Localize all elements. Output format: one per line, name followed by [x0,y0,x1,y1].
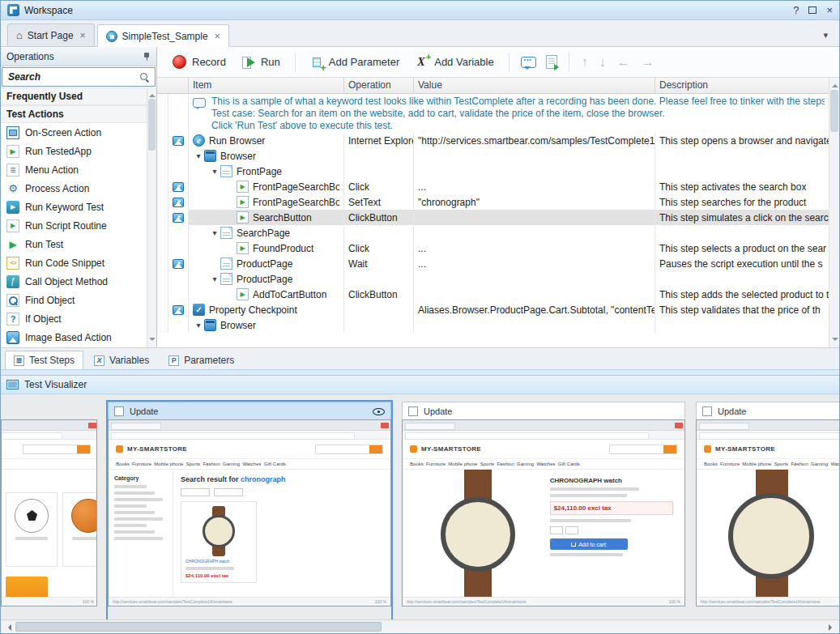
test-step-row[interactable]: SearchButtonClickButtonThis step simulat… [157,210,829,225]
visualizer-image-icon[interactable] [173,198,184,207]
scrollbar-thumb[interactable] [15,622,382,632]
tree-expander-icon[interactable]: ▾ [193,318,204,333]
product-card[interactable] [62,492,97,567]
visualizer-image-icon[interactable] [173,182,184,192]
thumbnail-image[interactable]: MY-SMARTSTOREBooks Furniture Mobile phon… [696,419,839,606]
quantity-stepper[interactable] [550,526,563,534]
tab-list-dropdown-icon[interactable]: ▾ [818,27,833,44]
column-header-value[interactable]: Value [414,78,655,93]
test-step-row[interactable]: ▾Browser [157,148,829,164]
test-step-row[interactable]: FrontPageSearchBoxSetText"chronograph"Th… [157,194,829,210]
move-left-icon[interactable]: ← [612,55,635,70]
product-card[interactable]: CHRONOGRAPH watch$24,110.00 excl tax [181,501,257,583]
close-button[interactable]: × [826,4,833,16]
scroll-up-icon[interactable] [149,91,156,97]
test-step-row[interactable]: ▾SearchPage [157,225,829,240]
eye-icon[interactable] [372,405,385,417]
visualizer-image-icon[interactable] [173,213,184,223]
run-button[interactable]: Run [235,52,288,73]
tree-expander-icon[interactable]: ▾ [209,164,220,179]
sort-dropdown[interactable] [181,488,210,496]
operation-item[interactable]: Find Object [1,291,147,309]
gift-card-image[interactable] [6,577,48,597]
tree-expander-icon[interactable]: ▾ [193,149,204,164]
operation-item[interactable]: Run Test [1,235,147,253]
operations-group-header[interactable]: Test Actions [1,105,147,123]
operation-item[interactable]: Run Script Routine [1,216,147,235]
visualizer-image-icon[interactable] [173,136,184,146]
tab-parameters[interactable]: Parameters [160,351,243,369]
pin-icon[interactable] [143,52,151,62]
thumbnail-image[interactable]: MY-SMARTSTOREBooks Furniture Mobile phon… [402,419,685,606]
tab-simpletest-sample[interactable]: SimpleTest_Sample × [97,24,229,47]
add-variable-button[interactable]: Add Variable [408,52,501,73]
test-step-row[interactable]: Run BrowserInternet Explorer"http://serv… [157,133,829,148]
update-checkbox[interactable] [702,406,712,416]
operation-item[interactable]: Process Action [1,179,147,198]
operations-search-input[interactable]: Search [2,67,156,87]
operation-item[interactable]: On-Screen Action [1,123,147,142]
scroll-down-icon[interactable] [832,338,838,344]
move-right-icon[interactable]: → [637,55,659,70]
record-button[interactable]: Record [165,51,233,73]
scroll-down-icon[interactable] [149,338,156,344]
visualizer-image-icon[interactable] [173,305,184,315]
test-step-row[interactable]: FoundProductClick...This step selects a … [157,240,829,256]
thumbnail-image[interactable]: MY-SMARTSTOREBooks Furniture Mobile phon… [108,419,391,606]
update-checkbox[interactable] [114,406,124,416]
scroll-up-icon[interactable] [832,81,838,87]
test-step-row[interactable]: Property CheckpointAliases.Browser.Produ… [157,302,829,317]
visualizer-scrollbar[interactable] [1,619,839,633]
maximize-button[interactable] [808,6,817,14]
operations-group-header[interactable]: Frequently Used [1,87,147,105]
visualizer-thumbnail[interactable]: MY-SMARTSTOREBooks Furniture Mobile phon… [1,419,97,619]
panel-splitter[interactable] [1,369,839,375]
add-to-cart-button[interactable]: Add to cart [550,538,628,550]
close-tab-icon[interactable]: × [215,31,220,42]
quantity-stepper[interactable] [565,526,578,534]
tab-test-steps[interactable]: Test Steps [5,351,83,369]
steps-vertical-scrollbar[interactable] [829,78,839,347]
visualizer-thumbnail[interactable]: UpdateMY-SMARTSTOREBooks Furniture Mobil… [696,402,839,619]
help-button[interactable]: ? [793,4,799,16]
visualizer-image-icon[interactable] [173,259,184,269]
operation-item[interactable]: Run Keyword Test [1,198,147,216]
scroll-left-icon[interactable] [5,624,11,631]
tree-expander-icon[interactable]: ▾ [209,226,220,240]
visualizer-thumbnail[interactable]: UpdateMY-SMARTSTOREBooks Furniture Mobil… [108,402,391,619]
test-step-row[interactable]: ▾FrontPage [157,164,829,179]
operation-item[interactable]: Run Code Snippet [1,253,147,272]
test-step-row[interactable]: ▾Browser [157,317,829,333]
scroll-right-icon[interactable] [829,624,835,631]
add-parameter-button[interactable]: Add Parameter [303,52,407,73]
operation-item[interactable]: Menu Action [1,160,147,179]
column-header-description[interactable]: Description [655,78,829,93]
visualizer-thumbnail[interactable]: UpdateMY-SMARTSTOREBooks Furniture Mobil… [402,402,685,619]
scrollbar-thumb[interactable] [830,90,838,132]
column-header-operation[interactable]: Operation [344,78,414,93]
add-comment-icon[interactable] [521,57,536,68]
product-card[interactable] [6,492,58,567]
edit-description-icon[interactable] [546,55,557,69]
move-down-icon[interactable]: ↓ [595,55,611,70]
comment-row[interactable]: This is a sample of what a keyword test … [157,94,829,133]
tree-expander-icon[interactable]: ▾ [209,272,220,287]
update-checkbox[interactable] [408,406,418,416]
test-step-row[interactable]: ProductPageWait...Pauses the script exec… [157,256,829,271]
test-step-row[interactable]: AddToCartButtonClickButtonThis step adds… [157,287,829,302]
operation-item[interactable]: If Object [1,309,147,328]
scrollbar-thumb[interactable] [148,99,156,151]
tab-variables[interactable]: Variables [85,351,158,369]
move-up-icon[interactable]: ↑ [577,55,593,70]
test-step-row[interactable]: ▾ProductPage [157,271,829,287]
tab-start-page[interactable]: ⌂ Start Page × [7,23,95,46]
operation-item[interactable]: Call Object Method [1,272,147,291]
operation-item[interactable]: Run TestedApp [1,142,147,160]
operations-scrollbar[interactable] [147,87,156,347]
thumbnail-image[interactable]: MY-SMARTSTOREBooks Furniture Mobile phon… [1,419,97,606]
test-step-row[interactable]: FrontPageSearchBoxClick...This step acti… [157,179,829,194]
close-tab-icon[interactable]: × [80,30,86,41]
page-size-dropdown[interactable] [214,488,243,496]
column-header-item[interactable]: Item [189,78,344,93]
operation-item[interactable]: Image Based Action [1,328,147,347]
